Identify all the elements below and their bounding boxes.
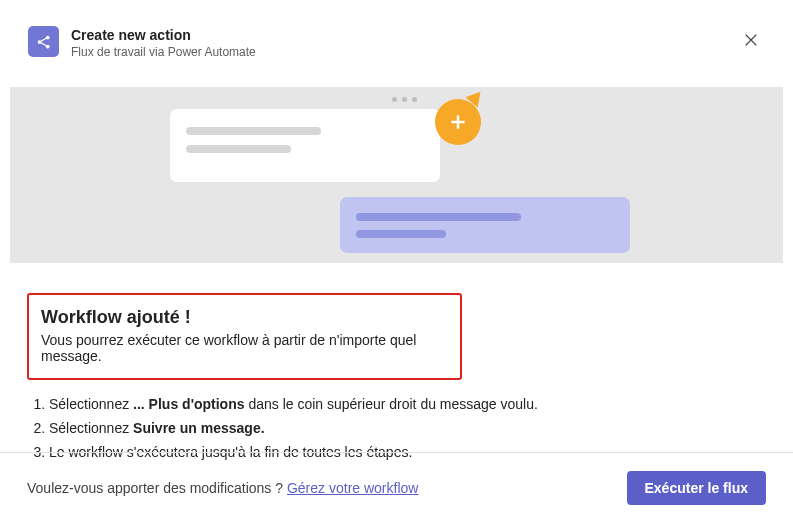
dialog-title: Create new action xyxy=(71,26,737,44)
chat-bubble-light xyxy=(170,109,440,182)
instruction-step-1: Sélectionnez ... Plus d'options dans le … xyxy=(49,394,766,415)
header-titles: Create new action Flux de travail via Po… xyxy=(71,26,737,59)
run-flow-button[interactable]: Exécuter le flux xyxy=(627,471,767,505)
close-button[interactable] xyxy=(737,26,765,54)
share-icon xyxy=(28,26,59,57)
manage-workflow-link[interactable]: Gérez votre workflow xyxy=(287,480,418,496)
success-description: Vous pourrez exécuter ce workflow à part… xyxy=(41,332,448,364)
success-highlight-box: Workflow ajouté ! Vous pourrez exécuter … xyxy=(27,293,462,380)
close-icon xyxy=(744,33,758,47)
plus-badge-icon xyxy=(435,99,481,145)
dialog-footer: Voulez-vous apporter des modifications ?… xyxy=(0,452,793,523)
dialog-subtitle: Flux de travail via Power Automate xyxy=(71,45,737,59)
success-title: Workflow ajouté ! xyxy=(41,307,448,328)
footer-text: Voulez-vous apporter des modifications ?… xyxy=(27,480,418,496)
ellipsis-icon xyxy=(392,97,417,102)
chat-bubble-purple xyxy=(340,197,630,253)
illustration-banner xyxy=(10,87,783,263)
dialog-header: Create new action Flux de travail via Po… xyxy=(0,0,793,73)
instruction-step-2: Sélectionnez Suivre un message. xyxy=(49,418,766,439)
